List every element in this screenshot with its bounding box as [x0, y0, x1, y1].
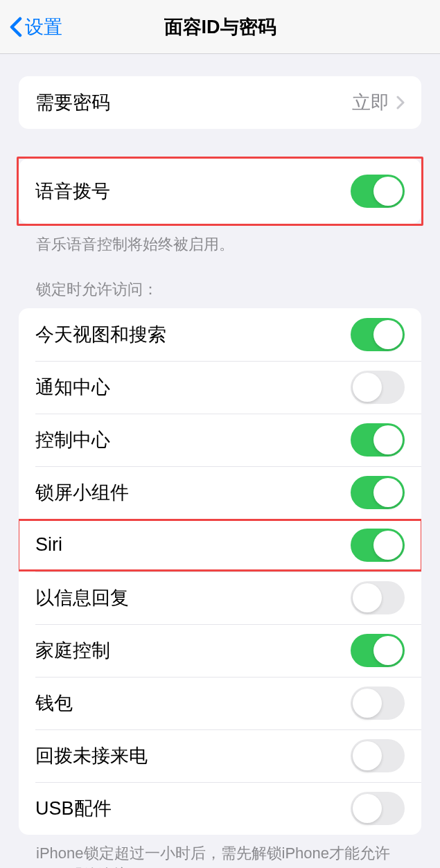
siri-row: Siri [19, 519, 421, 572]
nav-header: 设置 面容ID与密码 [0, 0, 440, 54]
lock-screen-widgets-row: 锁屏小组件 [19, 466, 421, 519]
toggle-knob [373, 320, 403, 349]
control-center-row: 控制中心 [19, 414, 421, 466]
chevron-left-icon [10, 17, 22, 37]
return-missed-calls-row: 回拨未接来电 [19, 729, 421, 782]
siri-label: Siri [35, 534, 62, 556]
reply-message-label: 以信息回复 [35, 585, 129, 610]
require-passcode-row[interactable]: 需要密码 立即 [19, 76, 421, 129]
today-view-toggle[interactable] [351, 318, 405, 351]
today-view-row: 今天视图和搜索 [19, 308, 421, 361]
row-detail: 立即 [352, 90, 405, 115]
toggle-knob [353, 373, 382, 402]
siri-toggle[interactable] [351, 529, 405, 562]
today-view-label: 今天视图和搜索 [35, 322, 166, 347]
voice-dial-group: 语音拨号 [19, 159, 421, 224]
reply-message-toggle[interactable] [351, 581, 405, 614]
lock-screen-widgets-toggle[interactable] [351, 476, 405, 509]
home-control-toggle[interactable] [351, 634, 405, 667]
voice-dial-footer: 音乐语音控制将始终被启用。 [0, 226, 440, 256]
return-missed-calls-label: 回拨未接来电 [35, 743, 148, 768]
toggle-knob [353, 794, 382, 823]
chevron-right-icon [396, 96, 405, 109]
return-missed-calls-toggle[interactable] [351, 739, 405, 772]
usb-accessories-label: USB配件 [35, 796, 112, 821]
notification-center-row: 通知中心 [19, 361, 421, 414]
reply-message-row: 以信息回复 [19, 572, 421, 624]
toggle-knob [353, 583, 382, 612]
usb-accessories-toggle[interactable] [351, 792, 405, 825]
back-label: 设置 [25, 15, 62, 39]
toggle-knob [373, 531, 403, 560]
control-center-label: 控制中心 [35, 427, 110, 452]
voice-dial-toggle[interactable] [351, 175, 405, 208]
toggle-knob [373, 478, 403, 507]
usb-accessories-row: USB配件 [19, 782, 421, 835]
control-center-toggle[interactable] [351, 423, 405, 457]
usb-footer: iPhone锁定超过一小时后，需先解锁iPhone才能允许USB配件连接。 [0, 835, 440, 868]
toggle-knob [373, 425, 403, 454]
wallet-toggle[interactable] [351, 687, 405, 720]
lock-screen-widgets-label: 锁屏小组件 [35, 480, 129, 505]
page-title: 面容ID与密码 [164, 15, 276, 39]
wallet-label: 钱包 [35, 691, 73, 716]
require-passcode-value: 立即 [352, 90, 389, 115]
toggle-knob [373, 636, 403, 665]
toggle-knob [373, 177, 403, 206]
home-control-row: 家庭控制 [19, 624, 421, 677]
notification-center-label: 通知中心 [35, 375, 110, 400]
home-control-label: 家庭控制 [35, 638, 110, 663]
back-button[interactable]: 设置 [0, 15, 62, 39]
notification-center-toggle[interactable] [351, 371, 405, 404]
lock-access-group: 今天视图和搜索 通知中心 控制中心 锁屏小组件 Siri [19, 308, 421, 835]
voice-dial-highlight: 语音拨号 [17, 157, 423, 226]
lock-access-header: 锁定时允许访问： [0, 279, 440, 308]
voice-dial-label: 语音拨号 [35, 179, 110, 204]
toggle-knob [353, 689, 382, 718]
voice-dial-row: 语音拨号 [19, 159, 421, 224]
toggle-knob [353, 741, 382, 770]
require-passcode-group: 需要密码 立即 [19, 76, 421, 129]
wallet-row: 钱包 [19, 677, 421, 729]
content: 需要密码 立即 语音拨号 音乐语音控制将始终被启用。 锁定时允许访问： 今天视图… [0, 54, 440, 868]
require-passcode-label: 需要密码 [35, 90, 110, 115]
